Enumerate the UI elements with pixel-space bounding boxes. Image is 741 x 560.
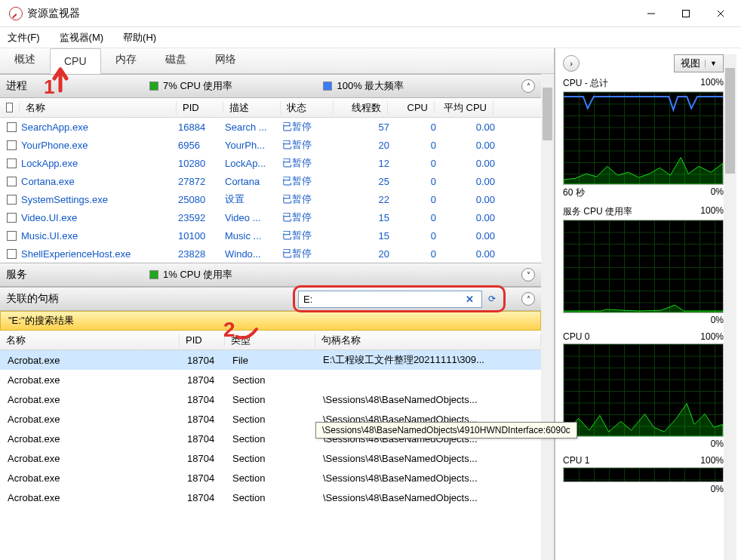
col-threads[interactable]: 线程数 <box>334 101 388 115</box>
chart-2: CPU 0100%0% <box>563 331 724 449</box>
window-maximize-button[interactable] <box>669 2 703 26</box>
chart-min: 0% <box>711 315 724 325</box>
handles-collapse-button[interactable]: ˄ <box>521 292 535 306</box>
proc-desc: Windo... <box>225 248 282 260</box>
col-desc[interactable]: 描述 <box>223 101 281 115</box>
view-dropdown[interactable]: 视图 ▼ <box>674 54 724 72</box>
handle-type: Section <box>226 492 317 503</box>
proc-cpu: 0 <box>389 122 436 133</box>
proc-threads: 20 <box>335 140 389 151</box>
handle-row[interactable]: Acrobat.exe18704Section\Sessions\48\Base… <box>0 389 541 409</box>
proc-cpu: 0 <box>389 248 436 260</box>
handle-pid: 18704 <box>181 414 226 425</box>
process-row[interactable]: YourPhone.exe6956YourPh...已暂停2000.00 <box>0 136 541 154</box>
hcol-type[interactable]: 类型 <box>225 334 315 347</box>
process-row[interactable]: ShellExperienceHost.exe23828Windo...已暂停2… <box>0 245 541 263</box>
col-avgcpu[interactable]: 平均 CPU <box>435 101 493 115</box>
menu-monitor[interactable]: 监视器(M) <box>55 29 109 46</box>
chart-3: CPU 1100%0% <box>563 455 724 494</box>
tab-network[interactable]: 网络 <box>201 46 251 73</box>
handle-row[interactable]: Acrobat.exe18704Section\Sessions\48\Base… <box>0 448 541 468</box>
proc-threads: 57 <box>335 122 389 133</box>
row-checkbox[interactable] <box>7 249 17 259</box>
handle-type: Section <box>226 394 317 405</box>
menu-help[interactable]: 帮助(H) <box>118 29 161 46</box>
proc-desc: Cortana <box>225 176 282 187</box>
proc-desc: Video ... <box>225 212 282 223</box>
processes-section-header[interactable]: 进程 7% CPU 使用率 100% 最大频率 ˄ <box>0 74 541 98</box>
left-scrollbar[interactable] <box>541 74 554 560</box>
services-expand-button[interactable]: ˅ <box>521 268 535 282</box>
process-row[interactable]: SystemSettings.exe25080设置已暂停2200.00 <box>0 190 541 208</box>
handle-hname: \Sessions\48\BaseNamedObjects... <box>317 472 541 484</box>
proc-cpu: 0 <box>389 194 436 205</box>
proc-pid: 23592 <box>178 212 225 223</box>
menubar: 文件(F) 监视器(M) 帮助(H) <box>0 27 741 48</box>
select-all-checkbox[interactable] <box>6 103 13 112</box>
tab-cpu[interactable]: CPU <box>50 48 101 74</box>
titlebar: 资源监视器 <box>0 0 741 27</box>
process-row[interactable]: Music.UI.exe10100Music ...已暂停1500.00 <box>0 226 541 245</box>
process-row[interactable]: LockApp.exe10280LockAp...已暂停1200.00 <box>0 154 541 172</box>
col-name[interactable]: 名称 <box>20 101 177 115</box>
row-checkbox[interactable] <box>7 158 17 168</box>
window-minimize-button[interactable] <box>634 2 669 26</box>
hcol-name[interactable]: 名称 <box>0 334 180 347</box>
proc-pid: 27872 <box>178 176 225 187</box>
hcol-handlename[interactable]: 句柄名称 <box>315 334 541 347</box>
chart-max: 100% <box>700 77 724 90</box>
handle-hname: \Sessions\48\BaseNamedObjects... <box>317 394 541 405</box>
menu-file[interactable]: 文件(F) <box>3 29 45 46</box>
row-checkbox[interactable] <box>7 140 17 150</box>
tab-disk[interactable]: 磁盘 <box>151 46 201 73</box>
proc-name: ShellExperienceHost.exe <box>21 248 178 260</box>
process-row[interactable]: Video.UI.exe23592Video ...已暂停1500.00 <box>0 208 541 226</box>
handles-section-header[interactable]: 关联的句柄 E: ✕ ⟳ ˄ <box>0 287 541 311</box>
handles-list: Acrobat.exe18704FileE:\工程竣工文件整理20211111\… <box>0 350 541 560</box>
proc-avg: 0.00 <box>436 230 495 242</box>
search-clear-icon[interactable]: ✕ <box>463 294 477 305</box>
proc-name: SearchApp.exe <box>21 122 178 133</box>
chart-max: 100% <box>700 331 724 342</box>
row-checkbox[interactable] <box>7 177 17 186</box>
search-refresh-icon[interactable]: ⟳ <box>484 291 500 307</box>
row-checkbox[interactable] <box>7 122 17 132</box>
handle-type: File <box>226 355 317 366</box>
handle-name: Acrobat.exe <box>2 414 181 425</box>
row-checkbox[interactable] <box>7 195 17 205</box>
handle-row[interactable]: Acrobat.exe18704FileE:\工程竣工文件整理20211111\… <box>0 350 541 370</box>
max-freq-text: 100% 最大频率 <box>337 79 404 93</box>
col-status[interactable]: 状态 <box>281 101 334 115</box>
process-row[interactable]: SearchApp.exe16884Search ...已暂停5700.00 <box>0 118 541 136</box>
handles-search-input[interactable]: E: ✕ <box>298 291 482 308</box>
window-close-button[interactable] <box>703 2 738 26</box>
cpu-usage-swatch-icon <box>149 82 158 91</box>
col-pid[interactable]: PID <box>177 102 223 113</box>
proc-name: LockApp.exe <box>21 158 178 169</box>
right-scrollbar[interactable] <box>724 54 736 560</box>
handle-row[interactable]: Acrobat.exe18704Section\Sessions\48\Base… <box>0 488 541 507</box>
handle-row[interactable]: Acrobat.exe18704Section\Sessions\48\Base… <box>0 468 541 488</box>
handle-row[interactable]: Acrobat.exe18704Section <box>0 370 541 389</box>
panel-back-button[interactable]: › <box>563 55 580 72</box>
col-cpu[interactable]: CPU <box>388 102 435 113</box>
proc-pid: 23828 <box>178 248 225 260</box>
proc-status: 已暂停 <box>282 229 335 242</box>
proc-cpu: 0 <box>389 158 436 169</box>
services-section-header[interactable]: 服务 1% CPU 使用率 ˅ <box>0 263 541 287</box>
row-checkbox[interactable] <box>7 231 17 241</box>
process-row[interactable]: Cortana.exe27872Cortana已暂停2500.00 <box>0 172 541 190</box>
handle-type: Section <box>226 472 317 484</box>
chart-max: 100% <box>700 205 724 218</box>
hcol-pid[interactable]: PID <box>180 334 225 346</box>
handle-type: Section <box>226 453 317 464</box>
tab-memory[interactable]: 内存 <box>101 46 151 73</box>
tab-overview[interactable]: 概述 <box>0 46 50 73</box>
processes-collapse-button[interactable]: ˄ <box>521 79 535 93</box>
handle-hname: E:\工程竣工文件整理20211111\309... <box>317 353 541 367</box>
handle-name: Acrobat.exe <box>2 433 181 445</box>
row-checkbox[interactable] <box>7 213 17 223</box>
handle-pid: 18704 <box>181 492 226 503</box>
handle-pid: 18704 <box>181 355 226 366</box>
tabbar: 概述 CPU 内存 磁盘 网络 <box>0 48 554 74</box>
